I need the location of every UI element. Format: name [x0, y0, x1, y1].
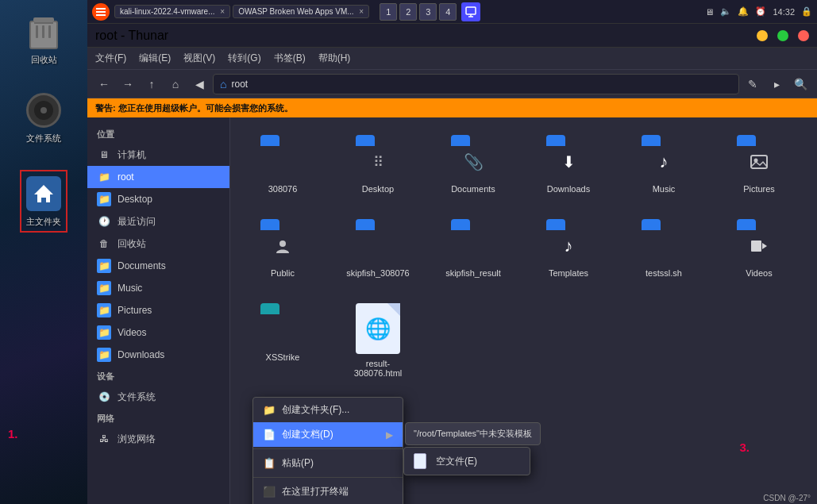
file-item-music[interactable]: ♪ Music: [624, 130, 703, 198]
empty-file-icon: [414, 453, 426, 469]
computer-label: 计算机: [118, 148, 146, 162]
file-item-testssl[interactable]: testssl.sh: [624, 214, 703, 283]
location-text: root: [231, 79, 248, 90]
sidebar-item-documents[interactable]: 📁 Documents: [87, 255, 229, 277]
lock-icon: 🔒: [801, 6, 812, 17]
ctx-new-doc[interactable]: 📄 创建文档(D) ▶: [253, 422, 403, 447]
search-button[interactable]: 🔍: [790, 74, 811, 94]
forward-button[interactable]: →: [118, 74, 138, 94]
close-tab-2[interactable]: ×: [359, 7, 364, 16]
menu-help[interactable]: 帮助(H): [318, 52, 351, 65]
clock-icon: ⏰: [755, 6, 766, 17]
file-label-pictures: Pictures: [743, 184, 775, 194]
sidebar-item-music[interactable]: 📁 Music: [87, 277, 229, 299]
taskbar-tab-1[interactable]: kali-linux-2022.4-vmware... ×: [114, 5, 230, 18]
file-item-public[interactable]: Public: [243, 214, 322, 283]
file-item-skipfish-result[interactable]: skipfish_result: [434, 214, 513, 283]
workspace-1[interactable]: 1: [380, 3, 397, 21]
ctx-separator-2: [253, 477, 403, 478]
svg-rect-1: [466, 7, 476, 14]
desktop-icon-filesystem[interactable]: 文件系统: [20, 87, 67, 149]
desktop-icon-home[interactable]: 主文件夹: [20, 170, 67, 233]
title-text: root - Thunar: [95, 29, 168, 43]
folder-icon-music: ♪: [638, 135, 689, 179]
menu-bookmark[interactable]: 书签(B): [274, 52, 306, 65]
sidebar-item-network[interactable]: 🖧 浏览网络: [87, 428, 229, 450]
sidebar-item-root[interactable]: 📁 root: [87, 166, 229, 188]
music-label: Music: [118, 283, 142, 294]
bottom-info: CSDN @-27°: [757, 492, 817, 504]
sidebar-item-recent[interactable]: 🕐 最近访问: [87, 210, 229, 233]
workspace-4[interactable]: 4: [439, 3, 457, 21]
maximize-button[interactable]: [777, 30, 788, 41]
file-item-pictures[interactable]: Pictures: [719, 130, 799, 198]
menu-edit[interactable]: 编辑(E): [139, 52, 171, 65]
toggle-button[interactable]: ◀: [189, 74, 210, 94]
new-doc-icon: 📄: [263, 429, 276, 441]
file-item-xsstrike[interactable]: XSStrike: [243, 298, 322, 383]
ctx-paste[interactable]: 📋 粘贴(P): [253, 451, 403, 475]
ctx-new-folder[interactable]: 📁 创建文件夹(F)...: [253, 398, 403, 422]
submenu-empty-file[interactable]: 空文件(E): [404, 448, 530, 475]
close-tab-1[interactable]: ×: [220, 7, 225, 16]
file-item-result-html[interactable]: 🌐 result-308076.html: [338, 298, 418, 383]
menu-view[interactable]: 视图(V): [183, 52, 215, 65]
folder-icon-templates: ♪: [543, 219, 594, 264]
up-button[interactable]: ↑: [141, 74, 162, 94]
file-item-desktop[interactable]: ⠿ Desktop: [338, 130, 418, 198]
sidebar-item-downloads[interactable]: 📁 Downloads: [87, 344, 229, 366]
paste-icon: 📋: [263, 457, 276, 469]
back-button[interactable]: ←: [94, 74, 114, 94]
sidebar-section-network: 网络: [87, 408, 229, 428]
file-item-templates[interactable]: ♪ Templates: [529, 214, 608, 283]
file-item-videos[interactable]: Videos: [719, 214, 799, 283]
sidebar-item-trash[interactable]: 🗑 回收站: [87, 233, 229, 255]
computer-icon: 🖥: [97, 148, 111, 162]
recent-label: 最近访问: [118, 215, 156, 229]
folder-icon-308076: [257, 135, 308, 179]
sidebar-item-desktop[interactable]: 📁 Desktop: [87, 188, 229, 210]
workspace-3[interactable]: 3: [419, 3, 437, 21]
home-button[interactable]: ⌂: [165, 74, 186, 94]
svg-marker-0: [34, 185, 53, 202]
sidebar-item-filesystem[interactable]: 💿 文件系统: [87, 386, 229, 408]
app-menu-btn[interactable]: [92, 3, 110, 21]
file-label-templates: Templates: [549, 268, 588, 278]
desktop-folder-icon: 📁: [97, 192, 111, 206]
root-label: root: [118, 171, 134, 183]
desktop-icon-trash[interactable]: 回收站: [20, 8, 67, 71]
sidebar-item-videos[interactable]: 📁 Videos: [87, 321, 229, 344]
screen-icon: 🖥: [705, 7, 714, 17]
number-one: 1.: [8, 427, 18, 441]
active-app-btn[interactable]: [461, 2, 480, 21]
network-icon: 🖧: [97, 432, 111, 446]
ctx-terminal[interactable]: ⬛ 在这里打开终端: [253, 479, 403, 504]
music-icon: 📁: [97, 281, 111, 295]
notif-icon: 🔔: [738, 6, 749, 17]
file-item-308076[interactable]: 308076: [243, 130, 322, 198]
menu-file[interactable]: 文件(F): [95, 52, 126, 65]
menu-goto[interactable]: 转到(G): [228, 52, 260, 65]
file-item-skipfish308076[interactable]: skipfish_308076: [338, 214, 418, 283]
sidebar: 位置 🖥 计算机 📁 root 📁 Desktop 🕐 最近访问 🗑 回收站: [87, 117, 230, 504]
more-button[interactable]: ▸: [766, 74, 787, 94]
templates-tooltip: "/root/Templates"中未安装模板: [405, 422, 541, 445]
close-button[interactable]: [798, 30, 809, 41]
location-bar: ⌂ root: [213, 74, 739, 94]
workspace-2[interactable]: 2: [399, 3, 417, 21]
file-label-desktop: Desktop: [362, 184, 394, 194]
file-label-music: Music: [653, 184, 676, 194]
pictures-label: Pictures: [118, 305, 152, 316]
ctx-new-doc-label: 创建文档(D): [282, 428, 333, 441]
ctx-terminal-label: 在这里打开终端: [282, 485, 349, 498]
file-label-308076: 308076: [268, 184, 298, 194]
filesystem-icon: 💿: [97, 390, 111, 404]
sidebar-item-computer[interactable]: 🖥 计算机: [87, 144, 229, 166]
trash-folder-icon: 🗑: [97, 237, 111, 251]
file-item-documents[interactable]: 📎 Documents: [434, 130, 513, 198]
minimize-button[interactable]: [757, 30, 768, 41]
edit-button[interactable]: ✎: [742, 74, 763, 94]
file-item-downloads[interactable]: ⬇ Downloads: [529, 130, 608, 198]
taskbar-tab-2[interactable]: OWASP Broken Web Apps VM... ×: [233, 5, 369, 18]
sidebar-item-pictures[interactable]: 📁 Pictures: [87, 299, 229, 321]
